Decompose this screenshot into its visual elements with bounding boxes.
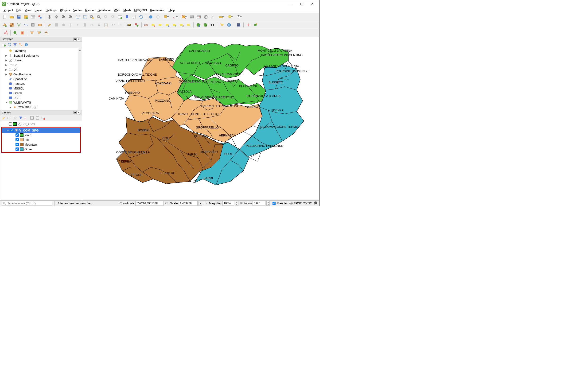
collapse-browser-icon[interactable]: [19, 42, 23, 47]
menu-mesh[interactable]: Mesh: [122, 8, 132, 12]
open-project-button[interactable]: [9, 14, 15, 20]
copy-feature-button[interactable]: ⧉: [96, 22, 102, 28]
menu-view[interactable]: View: [23, 8, 33, 12]
close-button[interactable]: ✕: [307, 0, 318, 7]
help-button[interactable]: ?: [236, 22, 242, 28]
action-button[interactable]: [155, 14, 161, 20]
add-vector-layer-button[interactable]: [2, 22, 8, 28]
wms-button[interactable]: [195, 22, 201, 28]
annotation-button[interactable]: T: [235, 14, 243, 20]
expression-filter-icon[interactable]: ε: [24, 116, 28, 120]
new-shapefile-button[interactable]: [16, 22, 22, 28]
new-map-view-button[interactable]: [117, 14, 123, 20]
zoom-in-button[interactable]: [61, 14, 67, 20]
zoom-next-button[interactable]: [110, 14, 116, 20]
osm-button[interactable]: [226, 22, 232, 28]
maximize-button[interactable]: ▢: [296, 0, 307, 7]
magnifier-field[interactable]: [222, 201, 234, 206]
raster-menu-button[interactable]: [36, 30, 42, 36]
render-checkbox[interactable]: [273, 201, 275, 206]
python-console-button[interactable]: [219, 22, 225, 28]
add-feature-button[interactable]: [61, 22, 67, 28]
new-project-button[interactable]: [2, 14, 8, 20]
collapse-all-icon[interactable]: [35, 116, 40, 120]
style-manager-button[interactable]: [37, 14, 43, 20]
add-group-icon[interactable]: [7, 116, 11, 120]
rasterize-button[interactable]: [3, 30, 9, 36]
minimize-button[interactable]: —: [285, 0, 296, 7]
rotation-field[interactable]: [252, 201, 265, 206]
zoom-selection-button[interactable]: [89, 14, 95, 20]
field-calc-button[interactable]: [196, 14, 202, 20]
change-label-button[interactable]: [186, 22, 192, 28]
zoom-native-button[interactable]: [75, 14, 81, 20]
new-geopackage-button[interactable]: [30, 22, 36, 28]
properties-browser-icon[interactable]: i: [24, 42, 28, 47]
attribute-table-button[interactable]: [189, 14, 195, 20]
messages-button[interactable]: [314, 201, 318, 206]
menu-processing[interactable]: Processing: [149, 8, 167, 12]
menu-plugins[interactable]: Plugins: [59, 8, 71, 12]
select-value-button[interactable]: ε: [171, 14, 179, 20]
browser-item[interactable]: ▶ GeoPackage: [0, 72, 82, 77]
browser-item[interactable]: ▶ CGR2018_rgb: [0, 105, 82, 109]
legend-item[interactable]: Mountain: [2, 142, 80, 147]
redo-button[interactable]: ↷: [117, 22, 123, 28]
processing-toolbox-button[interactable]: [203, 14, 209, 20]
coord-capture-button[interactable]: [245, 22, 251, 28]
browser-item[interactable]: ▶ C:\: [0, 63, 82, 67]
save-edits-button[interactable]: [53, 22, 60, 28]
node-tool-button[interactable]: [75, 22, 81, 28]
menu-database[interactable]: Database: [96, 8, 112, 12]
add-raster-layer-button[interactable]: [9, 22, 15, 28]
zoom-full-button[interactable]: [82, 14, 88, 20]
zoom-layer-button[interactable]: [96, 14, 102, 20]
layers-tree[interactable]: V_EDI_GPG▼V_COM_GPGPlainHillMountainOthe…: [0, 121, 82, 200]
add-layer-icon[interactable]: [2, 42, 6, 47]
crs-button[interactable]: EPSG:25832: [289, 201, 312, 205]
browser-tree[interactable]: Favorites▶ Spatial Bookmarks▶ Home▶ C:\▶…: [0, 48, 82, 110]
browser-item[interactable]: ▶ D:\: [0, 67, 82, 72]
browser-close-button[interactable]: ✕: [77, 38, 80, 41]
expand-all-icon[interactable]: [30, 116, 34, 120]
lock-scale-icon[interactable]: [204, 201, 207, 205]
show-hide-labels-button[interactable]: [164, 22, 170, 28]
browser-item[interactable]: ▼ WMS/WMTS: [0, 100, 82, 105]
legend-item[interactable]: Other: [2, 147, 80, 151]
move-label-button[interactable]: [171, 22, 178, 28]
scale-field[interactable]: [179, 201, 198, 206]
label-button[interactable]: abc: [127, 22, 133, 28]
new-memory-layer-button[interactable]: [37, 22, 43, 28]
menu-help[interactable]: Help: [167, 8, 176, 12]
refresh-button[interactable]: [138, 14, 144, 20]
legend-item[interactable]: Plain: [2, 133, 80, 137]
scale-dropdown[interactable]: ▾: [199, 201, 202, 206]
browser-float-button[interactable]: ▣: [73, 38, 77, 41]
magnifier-stepper[interactable]: ▲▼: [235, 201, 238, 206]
pan-button[interactable]: [46, 14, 52, 20]
menu-layer[interactable]: Layer: [33, 8, 44, 12]
menu-project[interactable]: Project: [2, 8, 14, 12]
browser-item[interactable]: PostGIS: [0, 81, 82, 86]
layers-float-button[interactable]: ▣: [73, 111, 77, 114]
delete-feature-button[interactable]: [82, 22, 88, 28]
identify-button[interactable]: i: [148, 14, 154, 20]
zoom-last-button[interactable]: [103, 14, 109, 20]
menu-web[interactable]: Web: [113, 8, 122, 12]
map-tips-button[interactable]: [226, 14, 234, 20]
toggle-edit-button[interactable]: [46, 22, 52, 28]
browser-item[interactable]: Oracle: [0, 91, 82, 95]
layout-manager-button[interactable]: [30, 14, 36, 20]
show-unplaced-button[interactable]: [158, 22, 164, 28]
menu-vector[interactable]: Vector: [72, 8, 84, 12]
new-bookmark-button[interactable]: [124, 14, 130, 20]
legend-item[interactable]: Hill: [2, 137, 80, 142]
plugin-reloader-button[interactable]: [19, 30, 25, 36]
metasearch-button[interactable]: [209, 22, 215, 28]
pan-to-selection-button[interactable]: [53, 14, 60, 20]
pin-labels-button[interactable]: [150, 22, 157, 28]
menu-edit[interactable]: Edit: [15, 8, 23, 12]
browser-item[interactable]: Favorites: [0, 48, 82, 53]
new-spatialite-button[interactable]: [23, 22, 29, 28]
cut-feature-button[interactable]: ✂: [89, 22, 95, 28]
